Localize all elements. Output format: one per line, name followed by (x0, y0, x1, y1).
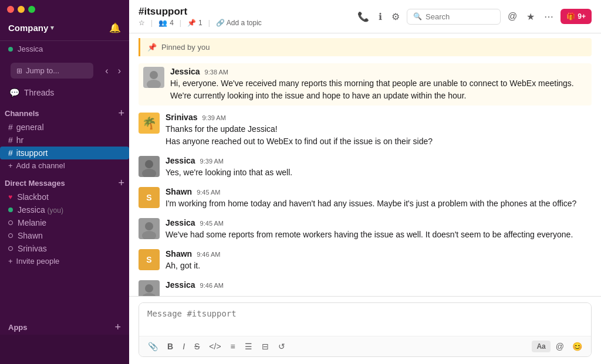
link-icon: 🔗 (216, 19, 225, 27)
hash-icon: # (8, 123, 13, 132)
attach-icon[interactable]: 📎 (145, 340, 161, 353)
strikethrough-icon[interactable]: S (191, 340, 202, 353)
message-author: Jessica (170, 67, 200, 76)
message-author: Jessica (166, 218, 195, 227)
plus-icon: + (8, 161, 13, 170)
message-content: Shawn 9:46 AM Ah, got it. (166, 249, 592, 272)
avatar (139, 156, 160, 177)
nav-forward-button[interactable]: › (114, 64, 124, 77)
message-time: 9:45 AM (197, 189, 220, 196)
message-time: 9:46 AM (200, 282, 224, 289)
dm-item-shawn[interactable]: Shawn (0, 229, 129, 242)
star-icon[interactable]: ☆ (139, 19, 145, 27)
mention-icon[interactable]: @ (553, 340, 567, 353)
nav-back-button[interactable]: ‹ (102, 64, 112, 77)
sidebar: Company ▾ 🔔 Jessica ⊞ Jump to... ‹ › 💬 T… (0, 0, 129, 364)
info-icon[interactable]: ℹ (376, 9, 384, 25)
dm-section-label: Direct Messages (5, 179, 65, 188)
online-dot (8, 207, 13, 212)
search-input[interactable] (426, 12, 494, 21)
workspace-name[interactable]: Company ▾ (8, 23, 54, 33)
people-icon: 👥 (158, 19, 167, 27)
channel-item-hr[interactable]: # hr (0, 134, 129, 147)
message-content: Jessica 9:46 AM (166, 280, 592, 296)
channel-item-general[interactable]: # general (0, 121, 129, 134)
message-time: 9:45 AM (200, 220, 224, 227)
online-status-dot (8, 47, 13, 52)
message-content: Shawn 9:45 AM I'm working from home toda… (166, 187, 592, 210)
message-time: 9:39 AM (202, 114, 225, 121)
message-group: S Shawn 9:46 AM Ah, got it. (139, 249, 592, 272)
channel-title: #itsupport (139, 6, 187, 18)
aa-button[interactable]: Aa (532, 341, 550, 352)
message-group: Jessica 9:45 AM We've had some reports f… (139, 218, 592, 241)
channel-header: #itsupport ☆ | 👥 4 | 📌 1 | (129, 0, 601, 33)
add-dm-icon[interactable]: + (118, 178, 124, 188)
svg-point-4 (145, 160, 153, 168)
dm-item-jessica[interactable]: Jessica (you) (0, 203, 129, 216)
pin-icon: 📌 (147, 43, 157, 52)
call-icon[interactable]: 📞 (355, 9, 372, 25)
message-group: Jessica 9:38 AM Hi, everyone. We've rece… (139, 63, 592, 106)
code-icon[interactable]: </> (206, 340, 224, 353)
message-text: I'm working from home today and haven't … (166, 198, 592, 210)
messages-area[interactable]: 📌 Pinned by you Jessica 9:38 AM (129, 33, 601, 296)
close-button[interactable] (7, 6, 14, 13)
avatar (143, 67, 164, 88)
more-icon[interactable]: ⋯ (542, 9, 556, 25)
sidebar-item-threads[interactable]: 💬 Threads (5, 86, 124, 100)
jump-to-button[interactable]: ⊞ Jump to... (11, 63, 93, 79)
block-quote-icon[interactable]: ⊟ (259, 340, 272, 353)
star-icon[interactable]: ★ (524, 9, 537, 25)
at-icon[interactable]: @ (505, 9, 519, 24)
search-icon: 🔍 (413, 12, 422, 21)
message-input[interactable] (139, 303, 591, 334)
unordered-list-icon[interactable]: ☰ (242, 340, 255, 353)
input-toolbar: 📎 B I S </> ≡ ☰ ⊟ ↺ Aa @ 😊 (139, 336, 591, 356)
message-text: Thanks for the update Jessica! (166, 123, 592, 135)
dm-item-slackbot[interactable]: ♥ Slackbot (0, 190, 129, 203)
maximize-button[interactable] (28, 6, 35, 13)
gift-button[interactable]: 🎁 9+ (561, 9, 592, 24)
add-topic-link[interactable]: 🔗 Add a topic (216, 19, 262, 27)
offline-dot (8, 233, 13, 238)
threads-icon: 💬 (9, 88, 19, 97)
message-content: Srinivas 9:39 AM Thanks for the update J… (166, 113, 592, 148)
hash-icon: # (8, 135, 13, 145)
plus-icon: + (8, 257, 13, 266)
dm-item-melanie[interactable]: Melanie (0, 216, 129, 229)
main-content: #itsupport ☆ | 👥 4 | 📌 1 | (129, 0, 601, 364)
minimize-button[interactable] (18, 6, 25, 13)
message-input-area: 📎 B I S </> ≡ ☰ ⊟ ↺ Aa @ 😊 (129, 296, 601, 364)
message-time: 9:38 AM (205, 69, 228, 76)
message-group: Jessica 9:46 AM (139, 280, 592, 296)
add-channel-icon[interactable]: + (118, 108, 124, 118)
search-box[interactable]: 🔍 (407, 9, 501, 25)
hash-icon: # (8, 148, 13, 158)
add-channel-button[interactable]: + Add a channel (0, 159, 129, 172)
ordered-list-icon[interactable]: ≡ (228, 340, 238, 353)
bold-icon[interactable]: B (164, 340, 176, 353)
workflow-icon[interactable]: ↺ (275, 340, 288, 353)
italic-icon[interactable]: I (180, 340, 188, 353)
invite-people-button[interactable]: + Invite people (0, 255, 129, 267)
heart-icon: ♥ (8, 193, 12, 201)
notifications-icon[interactable]: 🔔 (109, 22, 121, 33)
svg-point-10 (145, 284, 153, 292)
message-content: Jessica 9:39 AM Yes, we're looking into … (166, 156, 592, 179)
settings-icon[interactable]: ⚙ (389, 9, 402, 25)
pinned-banner: 📌 Pinned by you (139, 38, 592, 56)
message-text: Hi, everyone. We've received many report… (170, 77, 587, 102)
message-time: 9:46 AM (197, 251, 220, 258)
jump-icon: ⊞ (16, 67, 22, 75)
avatar (139, 218, 160, 239)
add-app-icon[interactable]: + (114, 322, 121, 332)
workspace-chevron-icon: ▾ (50, 24, 54, 32)
emoji-icon[interactable]: 😊 (569, 340, 585, 353)
message-group: S Shawn 9:45 AM I'm working from home to… (139, 187, 592, 210)
channel-item-itsupport[interactable]: # itsupport (0, 147, 129, 159)
message-text: Yes, we're looking into that as well. (166, 166, 592, 179)
dm-item-srinivas[interactable]: Srinivas (0, 242, 129, 255)
svg-point-7 (145, 222, 153, 230)
user-status: Jessica (0, 41, 129, 58)
